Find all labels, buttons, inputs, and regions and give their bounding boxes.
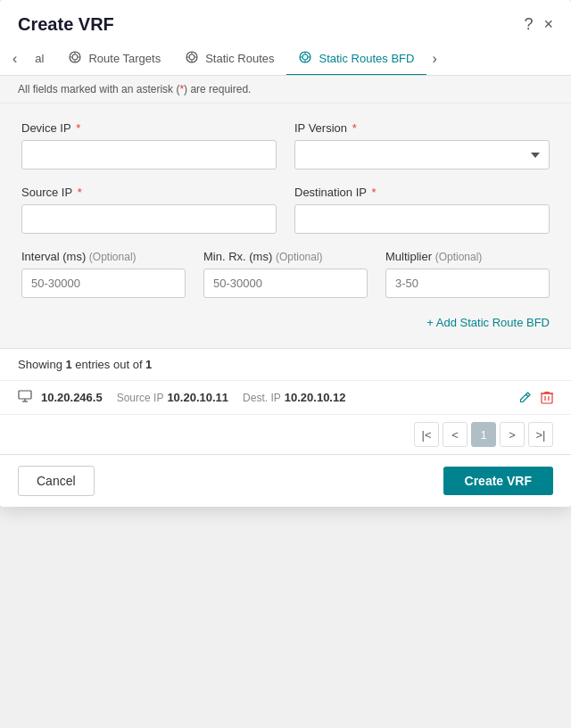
svg-rect-22 [542, 393, 552, 403]
tab-static-routes[interactable]: Static Routes [173, 42, 286, 76]
add-static-route-bfd-link[interactable]: + Add Static Route BFD [426, 316, 550, 329]
page-first-button[interactable]: |< [414, 422, 439, 447]
form-row-3: Interval (ms) (Optional) Min. Rx. (ms) (… [21, 250, 550, 298]
entry-source-ip-label: Source IP [117, 392, 164, 404]
interval-input[interactable] [21, 269, 186, 298]
ip-version-group: IP Version * IPv4 IPv6 [294, 121, 550, 170]
route-targets-icon [69, 51, 83, 65]
destination-ip-label: Destination IP * [294, 186, 550, 199]
static-routes-bfd-icon [299, 51, 313, 65]
svg-line-21 [526, 394, 529, 397]
svg-point-13 [302, 54, 308, 60]
dialog-title: Create VRF [18, 14, 114, 35]
create-vrf-button[interactable]: Create VRF [443, 467, 553, 495]
destination-ip-required: * [368, 186, 377, 199]
multiplier-input[interactable] [385, 269, 550, 298]
tab-al[interactable]: al [22, 43, 56, 76]
entries-header: Showing 1 entries out of 1 [0, 349, 571, 380]
tab-bar: ‹ al Route Targets [0, 42, 571, 76]
tab-static-routes-bfd[interactable]: Static Routes BFD [286, 42, 426, 76]
device-ip-required: * [73, 121, 81, 135]
edit-entry-button[interactable] [518, 391, 532, 404]
tab-scroll-left[interactable]: ‹ [7, 52, 22, 66]
create-vrf-dialog: Create VRF ? × ‹ al [0, 0, 571, 507]
ip-version-select[interactable]: IPv4 IPv6 [294, 140, 550, 170]
svg-point-7 [189, 54, 194, 60]
dialog-footer: Cancel Create VRF [0, 454, 571, 507]
min-rx-input[interactable] [203, 269, 368, 298]
entry-dest-ip-label: Dest. IP [243, 392, 281, 404]
form-row-1: Device IP * IP Version * IPv4 IPv6 [21, 121, 550, 170]
required-notice-text: All fields marked with an asterisk (*) a… [18, 83, 251, 95]
close-icon: × [543, 15, 553, 34]
min-rx-label: Min. Rx. (ms) (Optional) [203, 250, 368, 263]
svg-point-1 [72, 54, 78, 60]
interval-group: Interval (ms) (Optional) [21, 250, 186, 298]
dialog-header: Create VRF ? × [0, 0, 571, 35]
destination-ip-input[interactable] [294, 204, 550, 234]
ip-version-required: * [349, 121, 357, 135]
entries-area: Showing 1 entries out of 1 10.20.246.5 S… [0, 348, 571, 454]
required-asterisk: * [179, 83, 184, 95]
showing-total: 1 [145, 358, 152, 371]
source-ip-input[interactable] [21, 204, 277, 234]
tab-static-routes-bfd-label: Static Routes BFD [319, 52, 414, 65]
help-button[interactable]: ? [524, 15, 533, 34]
min-rx-group: Min. Rx. (ms) (Optional) [203, 250, 368, 298]
page-1-button[interactable]: 1 [471, 422, 496, 447]
device-ip-input[interactable] [21, 140, 277, 170]
page-last-button[interactable]: >| [528, 422, 553, 447]
header-actions: ? × [524, 15, 553, 34]
entry-actions [518, 391, 553, 404]
source-ip-label: Source IP * [21, 186, 277, 199]
form-area: Device IP * IP Version * IPv4 IPv6 Sourc… [0, 103, 571, 348]
showing-prefix: Showing [18, 358, 65, 371]
tab-static-routes-label: Static Routes [205, 52, 274, 65]
delete-entry-button[interactable] [541, 391, 553, 404]
pagination: |< < 1 > >| [0, 414, 571, 454]
multiplier-group: Multiplier (Optional) [385, 250, 550, 298]
help-icon: ? [524, 15, 533, 34]
tab-route-targets-label: Route Targets [88, 52, 161, 65]
ip-version-label: IP Version * [294, 121, 550, 135]
tab-al-label: al [35, 52, 44, 65]
tab-route-targets[interactable]: Route Targets [56, 42, 173, 76]
required-notice: All fields marked with an asterisk (*) a… [0, 76, 571, 103]
form-row-2: Source IP * Destination IP * [21, 186, 550, 234]
source-ip-required: * [74, 186, 82, 199]
interval-label: Interval (ms) (Optional) [21, 250, 186, 263]
entry-ip: 10.20.246.5 [41, 391, 103, 404]
edit-icon [518, 391, 532, 404]
static-routes-icon [186, 51, 200, 65]
device-ip-label: Device IP * [21, 121, 277, 135]
cancel-button[interactable]: Cancel [18, 466, 95, 496]
entry-device-icon [18, 390, 32, 405]
svg-rect-18 [19, 391, 31, 399]
multiplier-label: Multiplier (Optional) [385, 250, 550, 263]
device-ip-group: Device IP * [21, 121, 277, 170]
showing-middle: entries out of [72, 358, 145, 371]
source-ip-group: Source IP * [21, 186, 277, 234]
close-button[interactable]: × [543, 15, 553, 34]
destination-ip-group: Destination IP * [294, 186, 550, 234]
page-next-button[interactable]: > [500, 422, 525, 447]
tab-scroll-right[interactable]: › [426, 52, 442, 66]
delete-icon [541, 391, 553, 404]
entry-dest-ip-value: 10.20.10.12 [285, 391, 346, 404]
table-row: 10.20.246.5 Source IP 10.20.10.11 Dest. … [0, 380, 571, 414]
entry-source-ip-value: 10.20.10.11 [167, 391, 228, 404]
showing-count: 1 [65, 358, 71, 371]
page-prev-button[interactable]: < [443, 422, 468, 447]
add-link-container: + Add Static Route BFD [21, 314, 550, 330]
